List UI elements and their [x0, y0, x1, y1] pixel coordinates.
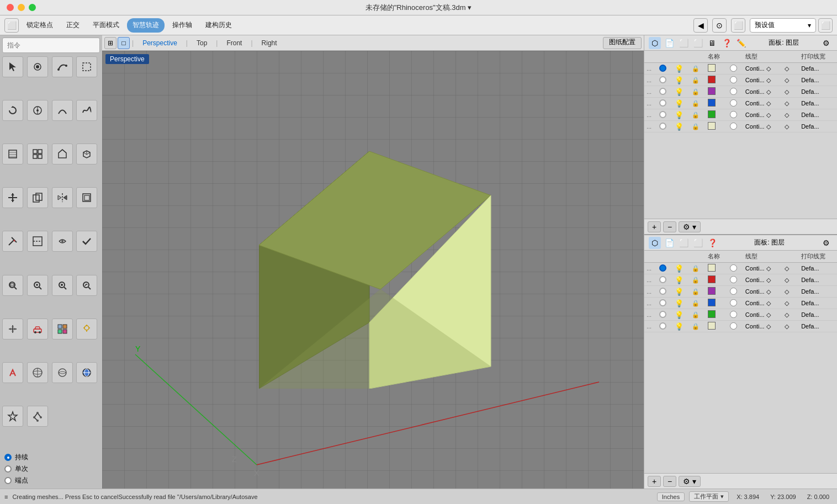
tool-texture[interactable]	[52, 319, 73, 339]
layer-circle[interactable]	[728, 98, 743, 109]
panel-display-icon[interactable]: ⬜	[692, 37, 704, 49]
tool-zoom-sel[interactable]	[52, 275, 73, 296]
layer-lock[interactable]: 🔒	[690, 309, 706, 321]
panel-layers-icon[interactable]: ⬡	[649, 37, 661, 49]
layer-color[interactable]	[706, 86, 728, 98]
layer-dots[interactable]: ...	[644, 98, 657, 109]
tool-move[interactable]	[2, 187, 23, 208]
tool-box[interactable]	[76, 144, 97, 165]
layer-row[interactable]: ... 💡 🔒 Conti... ◇ ◇ Defa...	[644, 321, 837, 332]
layer-active[interactable]	[657, 263, 672, 274]
tool-scale[interactable]	[76, 187, 97, 208]
layer-bulb[interactable]: 💡	[672, 286, 690, 298]
layer-circle[interactable]	[728, 321, 743, 332]
layer-row[interactable]: ... 💡 🔒 Conti... ◇ ◇ Defa...	[644, 286, 837, 298]
layer-row[interactable]: ... 💡 🔒 Conti... ◇ ◇ Defa...	[644, 121, 837, 132]
tab-perspective[interactable]: Perspective	[136, 37, 184, 49]
layer-lock[interactable]: 🔒	[690, 321, 706, 332]
layer-scroll-bottom[interactable]: 名称 线型 打印线宽 ... 💡 🔒	[644, 251, 837, 473]
viewport-frame-btn[interactable]: ⬜	[731, 18, 745, 33]
tool-uv[interactable]	[27, 362, 48, 383]
smart-track-btn[interactable]: 智慧轨迹	[127, 18, 165, 33]
layer-color[interactable]	[706, 63, 728, 75]
layer-color[interactable]	[706, 109, 728, 121]
tool-light[interactable]	[76, 319, 97, 339]
tool-copy[interactable]	[27, 187, 48, 208]
layer-row[interactable]: ... 💡 🔒 Conti... ◇ ◇ Defa...	[644, 274, 837, 286]
layer-lock[interactable]: 🔒	[690, 263, 706, 274]
panel-bottom-layers-icon[interactable]: ⬡	[649, 237, 661, 249]
tool-curve[interactable]	[52, 56, 73, 77]
tool-cage[interactable]	[27, 406, 48, 427]
nav-target-btn[interactable]: ⊙	[712, 18, 727, 33]
layer-dots[interactable]: ...	[644, 121, 657, 132]
maximize-button[interactable]	[29, 4, 36, 11]
tool-zoom-win[interactable]	[2, 275, 23, 296]
layer-circle[interactable]	[728, 109, 743, 121]
layer-color[interactable]	[706, 309, 728, 321]
layer-options-btn[interactable]: ⚙ ▾	[679, 221, 701, 232]
plane-mode-btn[interactable]: 平面模式	[87, 18, 125, 33]
tool-grid2[interactable]	[27, 144, 48, 165]
tool-mirror[interactable]	[52, 187, 73, 208]
units-btn[interactable]: Inches	[657, 492, 685, 501]
layer-lock[interactable]: 🔒	[690, 121, 706, 132]
tab-top[interactable]: Top	[190, 37, 214, 49]
layer-circle[interactable]	[728, 86, 743, 98]
layer-active[interactable]	[657, 309, 672, 321]
layer-row[interactable]: ... 💡 🔒 Conti... ◇ ◇ Defa...	[644, 86, 837, 98]
layer-color[interactable]	[706, 286, 728, 298]
tool-join[interactable]	[52, 231, 73, 252]
close-button[interactable]	[7, 4, 14, 11]
tool-sphere[interactable]	[52, 362, 73, 383]
layer-active[interactable]	[657, 121, 672, 132]
panel-bottom-object-icon[interactable]: ⬜	[677, 237, 690, 249]
layer-color[interactable]	[706, 75, 728, 86]
panel-doc-icon[interactable]: 📄	[663, 37, 675, 49]
panel-tool-icon[interactable]: ✏️	[735, 37, 747, 49]
add-layer-bottom-btn[interactable]: +	[648, 476, 661, 487]
radio-endpoint[interactable]: 端点	[4, 476, 98, 485]
layer-dots[interactable]: ...	[644, 86, 657, 98]
layer-active[interactable]	[657, 298, 672, 309]
tool-trim[interactable]	[2, 231, 23, 252]
workplane-btn[interactable]: 工作平面 ▾	[689, 491, 729, 502]
layer-lock[interactable]: 🔒	[690, 75, 706, 86]
layer-lock[interactable]: 🔒	[690, 63, 706, 75]
layer-bulb[interactable]: 💡	[672, 121, 690, 132]
layer-bulb[interactable]: 💡	[672, 98, 690, 109]
layer-circle[interactable]	[728, 274, 743, 286]
layer-circle[interactable]	[728, 63, 743, 75]
panel-bottom-doc-icon[interactable]: 📄	[663, 237, 675, 249]
tool-select[interactable]	[2, 56, 23, 77]
layer-circle[interactable]	[728, 121, 743, 132]
ortho-btn[interactable]: 正交	[61, 18, 85, 33]
layer-lock[interactable]: 🔒	[690, 298, 706, 309]
layer-row[interactable]: ... 💡 🔒 Conti... ◇ ◇ Defa...	[644, 263, 837, 274]
layer-color[interactable]	[706, 121, 728, 132]
lock-grid-btn[interactable]: 锁定格点	[21, 18, 59, 33]
remove-layer-btn[interactable]: −	[663, 221, 676, 232]
tool-world[interactable]	[76, 362, 97, 383]
layer-active[interactable]	[657, 274, 672, 286]
tool-rect[interactable]	[76, 56, 97, 77]
layer-circle[interactable]	[728, 286, 743, 298]
right-panel-btn[interactable]: ⬜	[818, 18, 833, 33]
panel-render-icon[interactable]: 🖥	[706, 37, 718, 49]
layer-dots[interactable]: ...	[644, 286, 657, 298]
layer-circle[interactable]	[728, 263, 743, 274]
layer-bulb[interactable]: 💡	[672, 309, 690, 321]
layer-bulb[interactable]: 💡	[672, 63, 690, 75]
layer-circle[interactable]	[728, 309, 743, 321]
layer-active[interactable]	[657, 75, 672, 86]
layer-dots[interactable]: ...	[644, 109, 657, 121]
layer-row[interactable]: ... 💡 🔒 Conti... ◇ ◇ Defa...	[644, 63, 837, 75]
layer-bulb[interactable]: 💡	[672, 298, 690, 309]
layer-dots[interactable]: ...	[644, 63, 657, 75]
tool-pan[interactable]	[2, 319, 23, 339]
tool-zoom-ext[interactable]	[76, 275, 97, 296]
op-axes-btn[interactable]: 操作轴	[167, 18, 198, 33]
layer-circle[interactable]	[728, 75, 743, 86]
layer-color[interactable]	[706, 263, 728, 274]
tool-circle-point[interactable]	[27, 100, 48, 121]
